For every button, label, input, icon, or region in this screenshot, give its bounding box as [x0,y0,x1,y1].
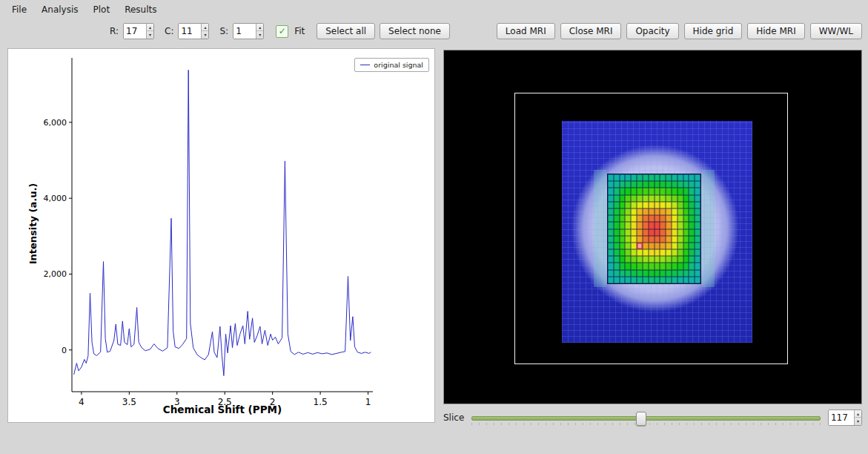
mri-grid-cell[interactable] [631,236,637,243]
mri-grid-cell[interactable] [666,202,672,208]
mri-grid-cell[interactable] [637,181,643,188]
mri-grid-cell[interactable] [625,277,631,283]
chevron-down-icon[interactable]: ▾ [202,31,208,38]
fit-checkbox[interactable]: ✓ [276,25,288,38]
mri-grid-cell[interactable] [660,208,666,215]
slider-handle[interactable] [636,412,646,426]
mri-grid-cell[interactable] [695,202,700,208]
mri-grid-cell[interactable] [695,208,700,215]
mri-grid-cell[interactable] [655,195,660,202]
mri-grid-cell[interactable] [660,181,666,188]
mri-grid-cell[interactable] [649,236,655,243]
mri-grid-cell[interactable] [660,277,666,283]
mri-grid-cell[interactable] [660,229,666,236]
mri-grid-cell[interactable] [683,222,689,228]
mri-grid-cell[interactable] [677,202,683,208]
mri-grid-cell[interactable] [649,202,655,208]
mri-grid-cell[interactable] [689,202,695,208]
mri-grid-cell[interactable] [677,222,683,228]
mri-grid-cell[interactable] [655,256,660,263]
mri-grid-cell[interactable] [672,263,677,269]
mri-grid-cell[interactable] [608,263,614,269]
mri-grid-cell[interactable] [672,174,677,181]
mri-grid-cell[interactable] [677,263,683,269]
mri-grid-cell[interactable] [637,263,643,269]
mri-panel[interactable] [443,50,862,404]
mri-grid-cell[interactable] [649,270,655,277]
mri-grid-cell[interactable] [689,256,695,263]
mri-grid-cell[interactable] [643,188,649,194]
mri-grid-cell[interactable] [689,222,695,228]
mri-grid-cell[interactable] [608,236,614,243]
mri-grid-cell[interactable] [631,270,637,277]
mri-grid-cell[interactable] [620,222,626,228]
mri-grid-cell[interactable] [689,277,695,283]
mri-grid-cell[interactable] [649,243,655,249]
opacity-button[interactable]: Opacity [626,23,678,39]
mri-grid-cell[interactable] [689,188,695,194]
mri-grid-cell[interactable] [608,256,614,263]
mri-grid-cell[interactable] [683,208,689,215]
mri-grid-cell[interactable] [614,256,620,263]
mri-grid-cell[interactable] [608,222,614,228]
mri-grid-cell[interactable] [655,188,660,194]
mri-grid-cell[interactable] [608,174,614,181]
mri-grid-cell[interactable] [608,188,614,194]
mri-grid-cell[interactable] [677,249,683,256]
mri-grid-cell[interactable] [637,249,643,256]
mri-grid-cell[interactable] [643,195,649,202]
col-spin-arrows[interactable]: ▴ ▾ [201,24,208,39]
mri-grid-cell[interactable] [672,181,677,188]
mri-grid-cell[interactable] [695,174,700,181]
mri-grid-cell[interactable] [683,229,689,236]
mri-grid-cell[interactable] [608,249,614,256]
mri-grid-cell[interactable] [620,188,626,194]
mri-grid-cell[interactable] [620,243,626,249]
mri-grid-cell[interactable] [631,229,637,236]
mri-grid-cell[interactable] [614,229,620,236]
mri-grid-cell[interactable] [689,174,695,181]
mri-grid-cell[interactable] [608,181,614,188]
mri-grid-cell[interactable] [683,249,689,256]
slice-index-spinbox[interactable]: ▴ ▾ [233,23,264,39]
mri-grid-cell[interactable] [666,256,672,263]
mri-grid-cell[interactable] [625,236,631,243]
mri-grid-cell[interactable] [643,222,649,228]
mri-grid-cell[interactable] [672,243,677,249]
mri-grid-cell[interactable] [695,181,700,188]
mri-grid-cell[interactable] [683,277,689,283]
mri-grid-cell[interactable] [666,208,672,215]
slice-value-input[interactable] [829,410,854,425]
mri-grid-cell[interactable] [655,236,660,243]
mri-grid-cell[interactable] [614,208,620,215]
mri-grid-cell[interactable] [655,202,660,208]
mri-grid-cell[interactable] [677,243,683,249]
menu-item-analysis[interactable]: Analysis [34,1,85,18]
mri-grid-cell[interactable] [620,249,626,256]
mri-grid-cell[interactable] [672,208,677,215]
mri-grid-cell[interactable] [695,270,700,277]
mri-grid-cell[interactable] [655,263,660,269]
mri-grid-cell[interactable] [683,256,689,263]
mri-grid-cell[interactable] [683,243,689,249]
mri-grid-cell[interactable] [666,181,672,188]
mri-grid-cell[interactable] [637,174,643,181]
mri-grid-cell[interactable] [614,174,620,181]
mri-grid-cell[interactable] [643,229,649,236]
slice-spin-arrows[interactable]: ▴ ▾ [256,24,263,39]
mri-grid-cell[interactable] [672,188,677,194]
mri-grid-cell[interactable] [620,270,626,277]
mri-grid-cell[interactable] [637,277,643,283]
mri-grid-cell[interactable] [677,236,683,243]
mri-grid-cell[interactable] [672,277,677,283]
mri-grid-cell[interactable] [666,215,672,222]
mri-grid-cell[interactable] [637,188,643,194]
mri-grid-cell[interactable] [608,270,614,277]
mri-grid-cell[interactable] [631,202,637,208]
mri-grid-cell[interactable] [614,202,620,208]
slider-track[interactable] [471,416,821,421]
mri-grid-cell[interactable] [649,215,655,222]
mri-heatmap-grid[interactable] [607,174,701,284]
mri-grid-cell[interactable] [689,263,695,269]
hide-mri-button[interactable]: Hide MRI [747,23,804,39]
